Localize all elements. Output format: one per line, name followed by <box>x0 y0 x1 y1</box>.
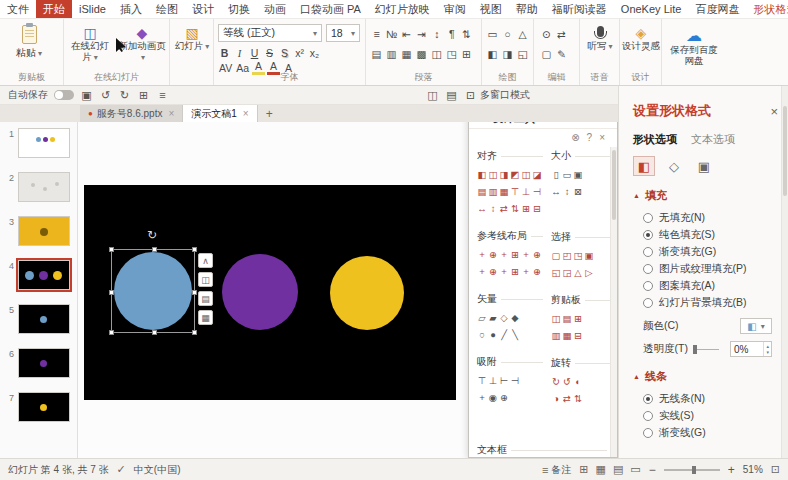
tool-icon[interactable]: ↔ <box>551 185 561 198</box>
tool-icon[interactable]: ○ <box>477 328 487 341</box>
slide-thumbnail[interactable]: 5 <box>0 304 77 334</box>
tool-icon[interactable]: ◫ <box>521 168 531 181</box>
font-name-select[interactable]: 等线 (正文)▾ <box>218 24 322 42</box>
zoom-slider[interactable] <box>664 469 720 471</box>
resize-handle-s[interactable] <box>152 330 157 335</box>
smartart-button[interactable]: ◳ <box>445 47 458 61</box>
pin-panel-icon[interactable]: ⊗ <box>571 132 579 143</box>
slideshow-button[interactable]: ▭ <box>630 463 640 476</box>
menu-tab[interactable]: 插入 <box>113 0 149 18</box>
selection-bounding-box[interactable] <box>111 249 195 333</box>
window-split-button[interactable]: ◫ <box>426 88 439 102</box>
tool-icon[interactable]: + <box>477 391 487 404</box>
fill-option[interactable]: 幻灯片背景填充(B) <box>633 294 778 311</box>
save-to-baidu-button[interactable]: ☁ 保存到百度网盘 <box>666 27 722 67</box>
fill-option[interactable]: 无填充(N) <box>633 209 778 226</box>
tool-icon[interactable]: ▱ <box>477 311 487 324</box>
indent-increase-button[interactable]: ⇥ <box>415 27 428 41</box>
menu-tab[interactable]: 切换 <box>221 0 257 18</box>
resize-handle-ne[interactable] <box>192 247 197 252</box>
align-left-button[interactable]: ▤ <box>370 47 383 61</box>
radio-button[interactable] <box>643 213 653 223</box>
tool-icon[interactable]: ⊕ <box>532 265 542 278</box>
close-format-panel-button[interactable]: × <box>770 104 778 119</box>
tool-icon[interactable]: ▣ <box>584 249 594 262</box>
tool-icon[interactable]: ⊣ <box>532 185 542 198</box>
normal-view-button[interactable]: ⊞ <box>579 463 588 476</box>
menu-tab[interactable]: 帮助 <box>509 0 545 18</box>
numbered-list-button[interactable]: № <box>385 27 398 41</box>
menu-tab[interactable]: iSlide <box>72 0 113 18</box>
format-panel-tab[interactable]: 形状选项 <box>633 132 677 147</box>
resize-handle-nw[interactable] <box>109 247 114 252</box>
tool-icon[interactable]: ◇ <box>499 311 509 324</box>
indent-decrease-button[interactable]: ⇤ <box>400 27 413 41</box>
design-tools-scrollbar[interactable] <box>610 147 617 457</box>
slide-sorter-button[interactable]: ▦ <box>596 463 606 476</box>
subscript-button[interactable]: x₂ <box>308 46 321 60</box>
tool-icon[interactable]: ▦ <box>499 185 509 198</box>
tool-icon[interactable]: ↕ <box>488 202 498 215</box>
window-cascade-button[interactable]: ▤ <box>445 88 458 102</box>
tool-icon[interactable]: ⊢ <box>499 374 509 387</box>
format-panel-scrollbar[interactable] <box>781 86 788 458</box>
line-option[interactable]: 无线条(N) <box>633 390 778 407</box>
italic-button[interactable]: I <box>233 46 246 60</box>
grid-view-button[interactable]: ⊞ <box>137 88 150 102</box>
fill-option[interactable]: 纯色填充(S) <box>633 226 778 243</box>
tool-icon[interactable]: ◫ <box>488 168 498 181</box>
line-spacing-button[interactable]: ↕ <box>430 27 443 41</box>
outline-view-button[interactable]: ≡ <box>156 88 169 102</box>
document-tab[interactable]: ●服务号8.6.pptx× <box>80 105 183 122</box>
new-tab-button[interactable]: + <box>258 105 281 122</box>
autosave-toggle[interactable] <box>54 90 74 100</box>
fill-option[interactable]: 图案填充(A) <box>633 277 778 294</box>
notes-button[interactable]: ≡备注 <box>542 463 571 477</box>
arrange-text-button[interactable]: ⊞ <box>460 47 473 61</box>
tool-icon[interactable]: ◩ <box>510 168 520 181</box>
tool-icon[interactable]: △ <box>573 266 583 279</box>
multiwindow-mode-button[interactable]: ⊡多窗口模式 <box>464 88 530 102</box>
tool-icon[interactable]: ⊞ <box>521 202 531 215</box>
menu-tab[interactable]: 口袋动画 PA <box>293 0 368 18</box>
tool-icon[interactable]: ▤ <box>477 185 487 198</box>
tool-icon[interactable]: ⊤ <box>477 374 487 387</box>
arrange-button[interactable]: ◱ <box>516 47 529 61</box>
tool-icon[interactable]: + <box>477 265 487 278</box>
close-panel-icon[interactable]: × <box>599 132 605 143</box>
slide-thumbnail[interactable]: 2 <box>0 172 77 202</box>
new-animation-page-button[interactable]: ◆ 新加动画页▾ <box>117 25 167 63</box>
fit-slide-button[interactable]: ⊡ <box>771 463 780 476</box>
tool-icon[interactable]: ⊞ <box>510 265 520 278</box>
paragraph-mark-button[interactable]: ¶ <box>445 27 458 41</box>
color-picker-button[interactable]: ◧▾ <box>740 318 772 334</box>
tool-icon[interactable]: ◆ <box>510 311 520 324</box>
find-button[interactable]: ⊙ <box>540 27 553 41</box>
tool-icon[interactable]: ▦ <box>562 329 572 342</box>
menu-tab[interactable]: 绘图 <box>149 0 185 18</box>
menu-tab[interactable]: OneKey Lite <box>614 0 689 18</box>
close-tab-icon[interactable]: × <box>168 108 174 119</box>
tool-icon[interactable]: ⊞ <box>510 248 520 261</box>
bullet-list-button[interactable]: ≡ <box>370 27 383 41</box>
line-section-header[interactable]: ▲线条 <box>633 369 778 384</box>
zoom-percentage[interactable]: 51% <box>743 464 763 475</box>
rectangle-shape-button[interactable]: ▭ <box>486 27 499 41</box>
transparency-slider[interactable] <box>693 349 719 350</box>
menu-tab[interactable]: 幻灯片放映 <box>368 0 437 18</box>
menu-tab[interactable]: 文件 <box>0 0 36 18</box>
justify-button[interactable]: ▩ <box>415 47 428 61</box>
radio-button[interactable] <box>643 247 653 257</box>
tool-icon[interactable]: ⊕ <box>488 265 498 278</box>
radio-button[interactable] <box>643 411 653 421</box>
tool-icon[interactable]: ◐ <box>573 375 583 388</box>
tool-icon[interactable]: ╲ <box>510 328 520 341</box>
tool-icon[interactable]: + <box>499 248 509 261</box>
tool-icon[interactable]: + <box>521 265 531 278</box>
shape-outline-button[interactable]: ◨ <box>501 47 514 61</box>
font-size-select[interactable]: 18▾ <box>326 24 360 42</box>
menu-tab[interactable]: 福昕阅读器 <box>545 0 614 18</box>
tool-icon[interactable]: ◨ <box>499 168 509 181</box>
tool-icon[interactable]: ◲ <box>562 266 572 279</box>
align-center-button[interactable]: ▥ <box>385 47 398 61</box>
